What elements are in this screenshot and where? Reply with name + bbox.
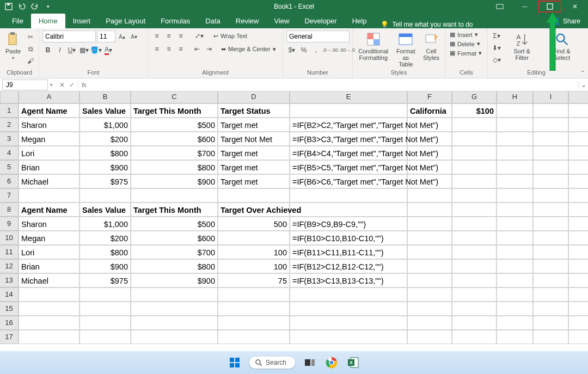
- row-header-3[interactable]: 3: [0, 132, 19, 146]
- cell-I14[interactable]: [533, 287, 568, 302]
- wrap-text-button[interactable]: ↩Wrap Text: [212, 32, 248, 40]
- cell-C8[interactable]: Target This Month: [131, 203, 218, 217]
- cell-B2[interactable]: $1,000: [79, 118, 131, 132]
- cell-C1[interactable]: Target This Month: [131, 103, 218, 118]
- align-top-icon[interactable]: ≡: [151, 30, 162, 41]
- cell-J10[interactable]: [568, 231, 588, 245]
- cell-J6[interactable]: [568, 174, 588, 188]
- row-header-4[interactable]: 4: [0, 146, 19, 160]
- tab-home[interactable]: Home: [31, 14, 65, 28]
- row-header-8[interactable]: 8: [0, 203, 19, 217]
- cell-F7[interactable]: [407, 188, 452, 203]
- cell-B17[interactable]: [79, 330, 131, 344]
- cell-G17[interactable]: [452, 330, 497, 344]
- row-header-16[interactable]: 16: [0, 316, 19, 330]
- cell-A12[interactable]: Brian: [19, 259, 79, 273]
- cell-D9[interactable]: 500: [218, 217, 290, 231]
- cell-I4[interactable]: [533, 146, 568, 160]
- task-view-icon[interactable]: [303, 355, 317, 370]
- cell-E13[interactable]: =IF(B13>C13,B13-C13,""): [290, 273, 407, 287]
- cell-J1[interactable]: [568, 103, 588, 118]
- cell-G4[interactable]: [452, 146, 497, 160]
- cell-G13[interactable]: [452, 273, 497, 287]
- cell-C17[interactable]: [131, 330, 218, 344]
- cell-J3[interactable]: [568, 132, 588, 146]
- cell-I8[interactable]: [533, 203, 568, 217]
- cell-J9[interactable]: [568, 217, 588, 231]
- cell-H1[interactable]: [497, 103, 533, 118]
- tab-formulas[interactable]: Formulas: [153, 14, 198, 28]
- cell-A5[interactable]: Brian: [19, 160, 79, 174]
- tell-me-search[interactable]: 💡 Tell me what you want to do: [374, 21, 479, 28]
- cell-E11[interactable]: =IF(B11>C11,B11-C11,""): [290, 245, 407, 259]
- cell-C7[interactable]: [131, 188, 218, 203]
- cell-D6[interactable]: Target met: [218, 174, 290, 188]
- cell-C12[interactable]: $800: [131, 259, 218, 273]
- increase-indent-icon[interactable]: ⇥: [204, 44, 215, 54]
- spreadsheet-grid[interactable]: ABCDEFGHIJ1Agent NameSales ValueTarget T…: [0, 91, 588, 344]
- cell-F9[interactable]: [407, 217, 452, 231]
- format-cells-button[interactable]: ▦ Format ▾: [449, 49, 483, 57]
- cell-A6[interactable]: Michael: [19, 174, 79, 188]
- tab-review[interactable]: Review: [228, 14, 267, 28]
- underline-button[interactable]: U▾: [66, 45, 77, 56]
- row-header-14[interactable]: 14: [0, 287, 19, 302]
- column-header-D[interactable]: D: [218, 91, 290, 103]
- insert-cells-button[interactable]: ▦ Insert ▾: [449, 30, 483, 39]
- column-header-C[interactable]: C: [131, 91, 218, 103]
- cell-H9[interactable]: [497, 217, 533, 231]
- cell-G6[interactable]: [452, 174, 497, 188]
- cell-F10[interactable]: [407, 231, 452, 245]
- cell-F12[interactable]: [407, 259, 452, 273]
- name-box[interactable]: [2, 79, 48, 90]
- cell-F14[interactable]: [407, 287, 452, 302]
- cell-E9[interactable]: =IF(B9>C9,B9-C9,""): [290, 217, 407, 231]
- tab-page-layout[interactable]: Page Layout: [98, 14, 153, 28]
- cell-H2[interactable]: [497, 118, 533, 132]
- conditional-formatting-button[interactable]: Conditional Formatting: [356, 30, 391, 62]
- cell-E7[interactable]: [290, 188, 407, 203]
- autosum-icon[interactable]: Σ▾: [491, 30, 502, 41]
- cell-A13[interactable]: Michael: [19, 273, 79, 287]
- cell-E10[interactable]: =IF(B10>C10,B10-C10,""): [290, 231, 407, 245]
- column-header-F[interactable]: F: [407, 91, 452, 103]
- cell-B14[interactable]: [79, 287, 131, 302]
- cell-J2[interactable]: 7.25: [568, 118, 588, 132]
- sort-filter-button[interactable]: AZ Sort & Filter: [504, 30, 540, 62]
- cell-H7[interactable]: [497, 188, 533, 203]
- cell-D16[interactable]: [218, 316, 290, 330]
- cell-A10[interactable]: Megan: [19, 231, 79, 245]
- cell-B10[interactable]: $200: [79, 231, 131, 245]
- cell-B15[interactable]: [79, 302, 131, 316]
- cell-H13[interactable]: [497, 273, 533, 287]
- row-header-5[interactable]: 5: [0, 160, 19, 174]
- percent-icon[interactable]: %: [298, 45, 309, 56]
- cell-B13[interactable]: $975: [79, 273, 131, 287]
- cell-E8[interactable]: [290, 203, 407, 217]
- cell-D14[interactable]: [218, 287, 290, 302]
- row-header-12[interactable]: 12: [0, 259, 19, 273]
- cell-B4[interactable]: $800: [79, 146, 131, 160]
- row-header-7[interactable]: 7: [0, 188, 19, 203]
- cell-G5[interactable]: [452, 160, 497, 174]
- cell-H12[interactable]: [497, 259, 533, 273]
- cell-E4[interactable]: =IF(B4>C4,"Target met","Target Not Met"): [290, 146, 407, 160]
- cell-E3[interactable]: =IF(B3>C3,"Target met","Target Not Met"): [290, 132, 407, 146]
- cell-J17[interactable]: [568, 330, 588, 344]
- cell-B16[interactable]: [79, 316, 131, 330]
- cell-H6[interactable]: [497, 174, 533, 188]
- cell-H10[interactable]: [497, 231, 533, 245]
- cell-J7[interactable]: [568, 188, 588, 203]
- cell-F15[interactable]: [407, 302, 452, 316]
- font-size-select[interactable]: [97, 30, 115, 42]
- row-header-17[interactable]: 17: [0, 330, 19, 344]
- cell-C16[interactable]: [131, 316, 218, 330]
- cell-G12[interactable]: [452, 259, 497, 273]
- expand-formula-icon[interactable]: ⌄: [578, 81, 588, 89]
- cell-D7[interactable]: [218, 188, 290, 203]
- tab-developer[interactable]: Developer: [297, 14, 344, 28]
- delete-cells-button[interactable]: ▦ Delete ▾: [449, 40, 483, 48]
- paste-button[interactable]: Paste ▾: [3, 30, 23, 62]
- start-icon[interactable]: [228, 355, 242, 370]
- cell-H4[interactable]: [497, 146, 533, 160]
